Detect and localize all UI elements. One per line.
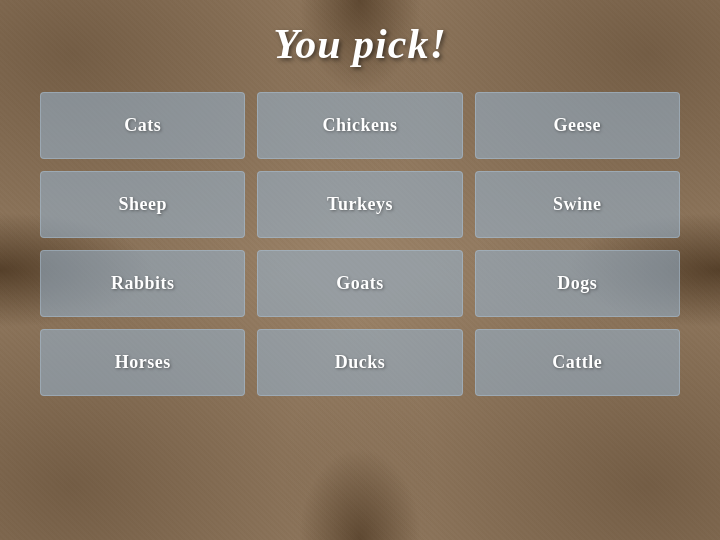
animal-label: Sheep [118, 194, 167, 214]
animal-label: Geese [554, 115, 601, 135]
animal-label: Rabbits [111, 273, 175, 293]
animal-label: Ducks [335, 352, 386, 372]
animal-button[interactable]: Geese [475, 92, 680, 159]
animal-grid: CatsChickensGeeseSheepTurkeysSwineRabbit… [40, 92, 680, 396]
animal-label: Horses [115, 352, 171, 372]
animal-button[interactable]: Dogs [475, 250, 680, 317]
animal-button[interactable]: Rabbits [40, 250, 245, 317]
animal-button[interactable]: Sheep [40, 171, 245, 238]
animal-button[interactable]: Chickens [257, 92, 462, 159]
animal-label: Swine [553, 194, 602, 214]
animal-label: Cats [124, 115, 161, 135]
animal-label: Turkeys [327, 194, 393, 214]
animal-label: Goats [336, 273, 384, 293]
animal-label: Cattle [552, 352, 602, 372]
animal-button[interactable]: Turkeys [257, 171, 462, 238]
animal-label: Chickens [322, 115, 397, 135]
animal-label: Dogs [557, 273, 597, 293]
animal-button[interactable]: Ducks [257, 329, 462, 396]
animal-button[interactable]: Swine [475, 171, 680, 238]
animal-button[interactable]: Cattle [475, 329, 680, 396]
animal-button[interactable]: Cats [40, 92, 245, 159]
animal-button[interactable]: Goats [257, 250, 462, 317]
main-content: You pick! CatsChickensGeeseSheepTurkeysS… [0, 0, 720, 416]
page-title: You pick! [40, 20, 680, 68]
animal-button[interactable]: Horses [40, 329, 245, 396]
